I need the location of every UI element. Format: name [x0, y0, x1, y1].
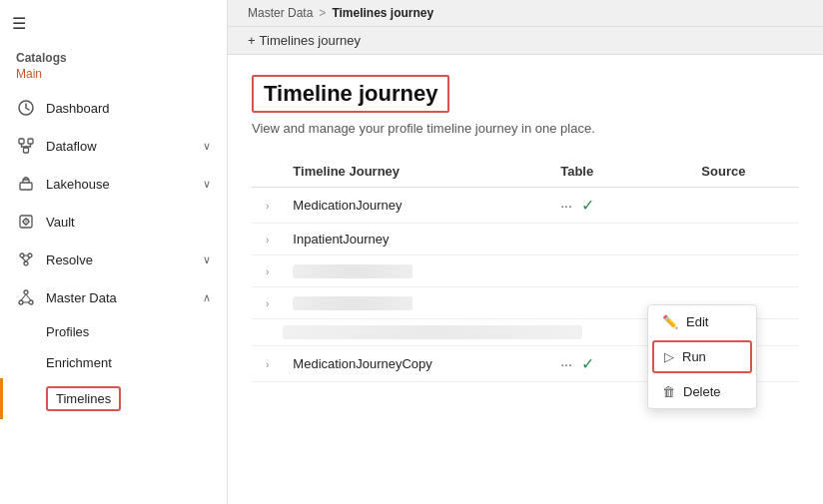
- sidebar-item-label: Master Data: [46, 290, 117, 305]
- sidebar-item-master-data[interactable]: Master Data ∧: [0, 278, 227, 316]
- row-name: MedicationJourneyCopy: [293, 356, 431, 371]
- sidebar-item-dataflow[interactable]: Dataflow ∨: [0, 127, 227, 165]
- context-menu-delete-label: Delete: [683, 384, 721, 399]
- dashboard-icon: [16, 98, 36, 118]
- context-menu: ✏️ Edit ▷ Run 🗑 Delete: [647, 304, 757, 409]
- row-check-icon: ✓: [581, 197, 594, 214]
- sidebar-item-label: Resolve: [46, 252, 93, 267]
- page-title: Timeline journey: [264, 81, 437, 106]
- row-dots-menu-btn[interactable]: ···: [560, 356, 572, 372]
- sidebar-item-timelines[interactable]: Timelines: [0, 378, 227, 419]
- sidebar-sub-item-label: Timelines: [56, 391, 111, 406]
- svg-point-11: [24, 290, 28, 294]
- col-actions: [641, 156, 691, 188]
- breadcrumb: Master Data > Timelines journey: [228, 0, 823, 27]
- page-subtitle: View and manage your profile timeline jo…: [252, 121, 799, 136]
- row-name: MedicationJourney: [293, 198, 402, 213]
- table-row: ›: [252, 255, 799, 287]
- row-expand-btn[interactable]: ›: [262, 296, 273, 311]
- main-content: Master Data > Timelines journey + Timeli…: [228, 0, 823, 504]
- edit-icon: ✏️: [662, 314, 678, 329]
- content-area: Timeline journey View and manage your pr…: [228, 55, 823, 504]
- resolve-icon: [16, 250, 36, 269]
- svg-rect-4: [20, 183, 32, 190]
- lakehouse-icon: [16, 174, 36, 194]
- sidebar-section-label: Catalogs: [0, 43, 227, 67]
- col-expand: [252, 156, 283, 188]
- breadcrumb-parent[interactable]: Master Data: [248, 6, 313, 20]
- vault-icon: [16, 212, 36, 232]
- svg-rect-1: [19, 139, 24, 144]
- sidebar-item-enrichment[interactable]: Enrichment: [0, 347, 227, 378]
- row-check-icon: ✓: [581, 355, 594, 372]
- sidebar-item-lakehouse[interactable]: Lakehouse ∨: [0, 165, 227, 203]
- sidebar-sub-item-label: Profiles: [46, 324, 89, 339]
- action-bar: + Timelines journey: [228, 27, 823, 55]
- sidebar-item-label: Vault: [46, 215, 75, 230]
- svg-point-12: [19, 300, 23, 304]
- timelines-label-box: Timelines: [46, 386, 121, 411]
- col-table: Table: [550, 156, 641, 188]
- svg-point-8: [20, 253, 24, 257]
- sidebar-item-resolve[interactable]: Resolve ∨: [0, 241, 227, 278]
- dataflow-icon: [16, 136, 36, 156]
- svg-point-10: [24, 261, 28, 265]
- row-expand-btn[interactable]: ›: [262, 357, 273, 372]
- run-icon: ▷: [664, 349, 674, 364]
- page-title-box: Timeline journey: [252, 75, 449, 113]
- breadcrumb-separator: >: [319, 6, 326, 20]
- chevron-down-icon: ∨: [203, 253, 211, 266]
- row-expand-btn[interactable]: ›: [262, 233, 273, 248]
- add-icon: +: [248, 33, 256, 48]
- delete-icon: 🗑: [662, 384, 675, 399]
- svg-point-13: [29, 300, 33, 304]
- add-button-label: Timelines journey: [260, 33, 361, 48]
- context-menu-delete[interactable]: 🗑 Delete: [648, 375, 756, 408]
- sidebar-item-label: Dashboard: [46, 101, 110, 116]
- chevron-up-icon: ∧: [203, 291, 211, 304]
- col-source: Source: [691, 156, 799, 188]
- sidebar-item-label: Lakehouse: [46, 177, 110, 192]
- sidebar-section-accent: Main: [0, 67, 227, 89]
- blurred-row-name: [293, 296, 412, 310]
- chevron-down-icon: ∨: [203, 178, 211, 191]
- table-row: › MedicationJourney ··· ✓: [252, 188, 799, 224]
- row-expand-btn[interactable]: ›: [262, 199, 273, 214]
- svg-rect-3: [24, 148, 29, 153]
- sidebar-item-vault[interactable]: Vault: [0, 203, 227, 241]
- col-timeline-journey: Timeline Journey: [283, 156, 550, 188]
- chevron-down-icon: ∨: [203, 140, 211, 153]
- sidebar-header: ☰: [0, 0, 227, 43]
- table-row: › InpatientJourney: [252, 224, 799, 255]
- sidebar-item-dashboard[interactable]: Dashboard: [0, 89, 227, 127]
- sidebar-item-label: Dataflow: [46, 139, 97, 154]
- breadcrumb-current: Timelines journey: [332, 6, 433, 20]
- context-menu-edit-label: Edit: [686, 314, 708, 329]
- svg-point-7: [25, 221, 27, 223]
- blurred-row-name: [293, 264, 412, 278]
- hamburger-icon[interactable]: ☰: [12, 14, 26, 33]
- sidebar: ☰ Catalogs Main Dashboard Dataflow ∨: [0, 0, 228, 504]
- row-dots-menu-btn[interactable]: ···: [560, 198, 572, 214]
- sidebar-sub-item-label: Enrichment: [46, 355, 112, 370]
- context-menu-run-label: Run: [682, 349, 706, 364]
- master-data-icon: [16, 287, 36, 307]
- svg-rect-2: [28, 139, 33, 144]
- context-menu-run[interactable]: ▷ Run: [652, 340, 752, 373]
- row-name: InpatientJourney: [293, 232, 389, 247]
- svg-point-9: [28, 253, 32, 257]
- add-timeline-journey-button[interactable]: + Timelines journey: [248, 33, 361, 48]
- context-menu-edit[interactable]: ✏️ Edit: [648, 305, 756, 338]
- sidebar-item-profiles[interactable]: Profiles: [0, 316, 227, 347]
- row-expand-btn[interactable]: ›: [262, 264, 273, 279]
